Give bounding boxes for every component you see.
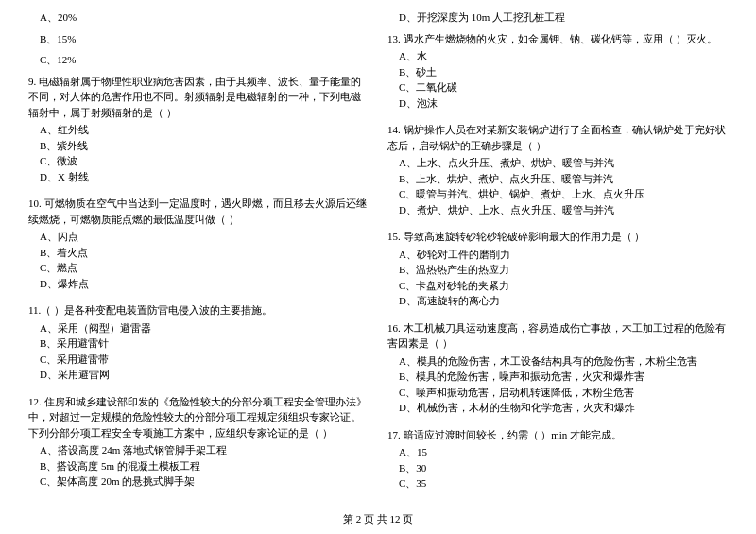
- option: B、紫外线: [40, 138, 369, 154]
- right-column: D、开挖深度为 10m 人工挖孔桩工程13. 遇水产生燃烧物的火灾，如金属钾、钠…: [387, 9, 728, 497]
- option: D、煮炉、烘炉、上水、点火升压、暖管与并汽: [399, 202, 728, 218]
- option: A、水: [399, 48, 728, 64]
- option: D、泡沫: [399, 95, 728, 112]
- footer-text: 第 2 页 共 12 页: [343, 513, 413, 525]
- standalone-option: C、12%: [40, 52, 369, 68]
- question-text: 14. 锅炉操作人员在对某新安装锅炉进行了全面检查，确认锅炉处于完好状态后，启动…: [387, 122, 728, 153]
- question-text: 15. 导致高速旋转砂轮砂轮破碎影响最大的作用力是（ ）: [387, 229, 728, 245]
- option: C、卡盘对砂轮的夹紧力: [399, 278, 728, 294]
- question-text: 16. 木工机械刀具运动速度高，容易造成伤亡事故，木工加工过程的危险有害因素是（…: [387, 320, 728, 352]
- option: C、微波: [40, 153, 369, 169]
- question-block: 11.（ ）是各种变配电装置防雷电侵入波的主要措施。A、采用（阀型）避雷器B、采…: [28, 302, 369, 383]
- standalone-option: D、开挖深度为 10m 人工挖孔桩工程: [399, 9, 728, 26]
- option: C、噪声和振动危害，启动机转速降低，木粉尘危害: [399, 385, 728, 401]
- question-block: 17. 暗适应过渡时间较长，约需（ ）min 才能完成。A、15B、30C、35: [387, 427, 728, 491]
- option: C、二氧化碳: [399, 79, 728, 95]
- option: D、爆炸点: [40, 276, 369, 292]
- page: A、20%B、15%C、12%9. 电磁辐射属于物理性职业病危害因素，由于其频率…: [0, 0, 756, 534]
- option: B、模具的危险伤害，噪声和振动危害，火灾和爆炸害: [399, 369, 728, 385]
- question-block: 9. 电磁辐射属于物理性职业病危害因素，由于其频率、波长、量子能量的不同，对人体…: [28, 74, 369, 185]
- question-text: 12. 住房和城乡建设部印发的《危险性较大的分部分项工程安全管理办法》中，对超过…: [28, 394, 369, 441]
- option: B、30: [399, 460, 728, 476]
- option: A、砂轮对工件的磨削力: [399, 247, 728, 263]
- left-column: A、20%B、15%C、12%9. 电磁辐射属于物理性职业病危害因素，由于其频率…: [28, 9, 369, 497]
- option: A、采用（阀型）避雷器: [40, 320, 369, 336]
- question-text: 10. 可燃物质在空气中当达到一定温度时，遇火即燃，而且移去火源后还继续燃烧，可…: [28, 196, 369, 227]
- page-footer: 第 2 页 共 12 页: [0, 512, 756, 526]
- question-block: 10. 可燃物质在空气中当达到一定温度时，遇火即燃，而且移去火源后还继续燃烧，可…: [28, 196, 369, 291]
- content-columns: A、20%B、15%C、12%9. 电磁辐射属于物理性职业病危害因素，由于其频率…: [28, 9, 728, 497]
- option: C、35: [399, 475, 728, 491]
- option: C、采用避雷带: [40, 352, 369, 368]
- option: D、机械伤害，木材的生物和化学危害，火灾和爆炸: [399, 400, 728, 416]
- question-text: 17. 暗适应过渡时间较长，约需（ ）min 才能完成。: [387, 427, 728, 443]
- option: B、温热热产生的热应力: [399, 262, 728, 278]
- standalone-option: A、20%: [40, 9, 369, 26]
- option: A、上水、点火升压、煮炉、烘炉、暖管与并汽: [399, 155, 728, 171]
- question-text: 9. 电磁辐射属于物理性职业病危害因素，由于其频率、波长、量子能量的不同，对人体…: [28, 74, 369, 121]
- question-block: 14. 锅炉操作人员在对某新安装锅炉进行了全面检查，确认锅炉处于完好状态后，启动…: [387, 122, 728, 217]
- option: B、搭设高度 5m 的混凝土模板工程: [40, 458, 369, 474]
- option: B、采用避雷针: [40, 336, 369, 352]
- option: D、X 射线: [40, 169, 369, 185]
- option: D、采用避雷网: [40, 367, 369, 383]
- standalone-option: B、15%: [40, 31, 369, 47]
- question-text: 11.（ ）是各种变配电装置防雷电侵入波的主要措施。: [28, 302, 369, 319]
- option: B、上水、烘炉、煮炉、点火升压、暖管与并汽: [399, 171, 728, 187]
- option: A、闪点: [40, 229, 369, 245]
- option: C、暖管与并汽、烘炉、锅炉、煮炉、上水、点火升压: [399, 186, 728, 202]
- question-text: 13. 遇水产生燃烧物的火灾，如金属钾、钠、碳化钙等，应用（ ）灭火。: [387, 31, 728, 47]
- option: B、砂土: [399, 64, 728, 80]
- option: B、着火点: [40, 245, 369, 261]
- question-block: 13. 遇水产生燃烧物的火灾，如金属钾、钠、碳化钙等，应用（ ）灭火。A、水B、…: [387, 31, 728, 112]
- question-block: 12. 住房和城乡建设部印发的《危险性较大的分部分项工程安全管理办法》中，对超过…: [28, 394, 369, 490]
- option: C、架体高度 20m 的悬挑式脚手架: [40, 474, 369, 490]
- question-block: 15. 导致高速旋转砂轮砂轮破碎影响最大的作用力是（ ）A、砂轮对工件的磨削力B…: [387, 229, 728, 309]
- option: D、高速旋转的离心力: [399, 293, 728, 309]
- question-block: 16. 木工机械刀具运动速度高，容易造成伤亡事故，木工加工过程的危险有害因素是（…: [387, 320, 728, 416]
- option: A、红外线: [40, 122, 369, 138]
- option: A、15: [399, 444, 728, 460]
- option: A、模具的危险伤害，木工设备结构具有的危险伤害，木粉尘危害: [399, 353, 728, 370]
- option: C、燃点: [40, 260, 369, 276]
- option: A、搭设高度 24m 落地式钢管脚手架工程: [40, 442, 369, 458]
